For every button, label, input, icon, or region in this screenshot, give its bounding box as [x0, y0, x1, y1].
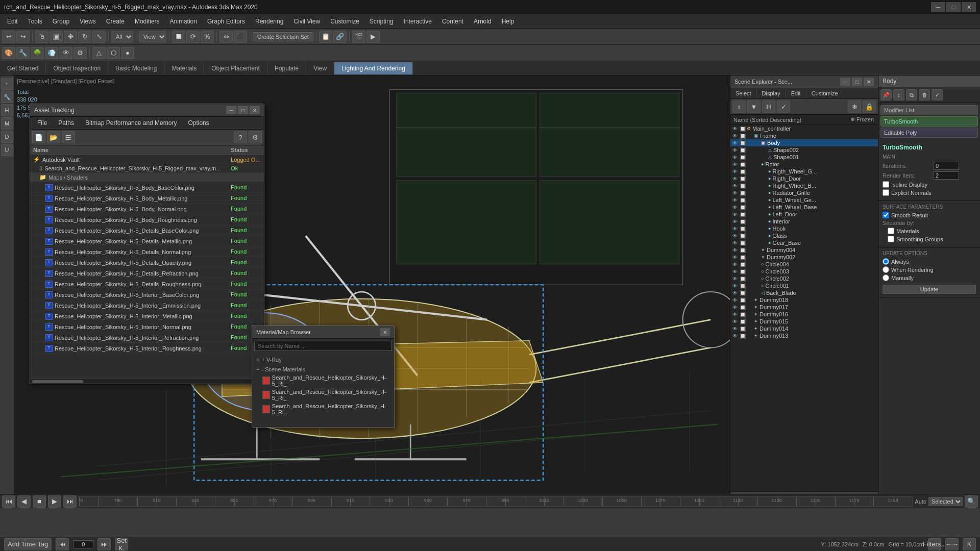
- scene-tree-item[interactable]: 👁 🔲 ○ Circle003: [730, 268, 878, 275]
- render-icon[interactable]: 🔲: [740, 240, 747, 246]
- scene-tree-item[interactable]: 👁 🔲 ● Hook: [730, 225, 878, 232]
- mod-move-button[interactable]: ↕: [893, 89, 904, 101]
- render-icon[interactable]: 🔲: [740, 297, 747, 303]
- timeline-search-button[interactable]: 🔍: [965, 495, 978, 508]
- render-icon[interactable]: 🔲: [740, 197, 747, 203]
- rotate-button[interactable]: ↻: [78, 31, 91, 43]
- mod-pin-button[interactable]: 📌: [880, 89, 892, 101]
- scene-tree-item[interactable]: 👁 🔲 ● Glass: [730, 232, 878, 239]
- menu-item-create[interactable]: Create: [101, 16, 130, 27]
- render-icon[interactable]: 🔲: [740, 262, 747, 267]
- visibility-icon[interactable]: 👁: [732, 233, 740, 239]
- visibility-icon[interactable]: 👁: [732, 140, 740, 146]
- add-time-tag-button[interactable]: Add Time Tag: [4, 538, 52, 550]
- scene-tree-item[interactable]: 👁 🔲 ✦ Dummy002: [730, 254, 878, 261]
- render-icon[interactable]: 🔲: [740, 133, 747, 139]
- scene-tab-display[interactable]: Display: [757, 88, 786, 98]
- hierarchy-icon[interactable]: H: [1, 104, 13, 116]
- asset-row[interactable]: T Rescue_Helicopter_Sikorsky_H-5_Details…: [30, 257, 264, 268]
- frame-input[interactable]: [73, 540, 93, 548]
- scene-explorer-close[interactable]: ✕: [864, 78, 874, 86]
- visibility-icon[interactable]: 👁: [732, 169, 740, 174]
- edge-select-button[interactable]: ⬡: [107, 47, 120, 59]
- scene-tree-item[interactable]: 👁 🔲 ● Left_Door: [730, 211, 878, 218]
- minimize-button[interactable]: ─: [931, 2, 945, 12]
- viewport[interactable]: [Perspective] [Standard] [Edged Faces] T…: [14, 76, 730, 508]
- undo-button[interactable]: ↩: [2, 31, 15, 43]
- render-icon[interactable]: 🔲: [740, 326, 747, 332]
- scene-tree-item[interactable]: 👁 🔲 ▣ Body: [730, 139, 878, 146]
- play-back-button[interactable]: ◀: [17, 495, 31, 508]
- explicit-normals-checkbox[interactable]: [883, 189, 889, 196]
- asset-row[interactable]: T Rescue_Helicopter_Sikorsky_H-5_Details…: [30, 279, 264, 289]
- close-button[interactable]: ✕: [962, 2, 976, 12]
- layer-dropdown[interactable]: All: [111, 31, 133, 42]
- asset-row[interactable]: 📁 Maps / Shaders: [30, 173, 264, 182]
- scene-tab-select[interactable]: Select: [730, 88, 757, 98]
- scene-tree-item[interactable]: 👁 🔲 ● Interior: [730, 218, 878, 225]
- scene-explorer-maximize[interactable]: □: [852, 78, 862, 86]
- asset-maximize-button[interactable]: □: [238, 106, 248, 114]
- scene-explorer-minimize[interactable]: ─: [840, 78, 850, 86]
- visibility-icon[interactable]: 👁: [732, 205, 740, 210]
- maximize-button[interactable]: □: [946, 2, 961, 12]
- visibility-icon[interactable]: 👁: [732, 312, 740, 317]
- asset-scrollbar[interactable]: [30, 379, 264, 384]
- asset-menu-paths[interactable]: Paths: [53, 118, 79, 128]
- align-button[interactable]: ⬛: [234, 31, 247, 43]
- scene-tree-item[interactable]: 👁 🔲 ● Rigth_Wheel_G...: [730, 168, 878, 175]
- render-icon[interactable]: 🔲: [740, 147, 747, 153]
- asset-row[interactable]: T Rescue_Helicopter_Sikorsky_H-5_Body_Ro…: [30, 214, 264, 225]
- scene-tree-item[interactable]: 👁 🔲 ✦ Dummy016: [730, 311, 878, 318]
- menu-item-group[interactable]: Group: [47, 16, 75, 27]
- select-object-button[interactable]: 🖱: [35, 31, 48, 43]
- selected-dropdown[interactable]: Selected: [928, 497, 963, 506]
- update-button[interactable]: Update: [883, 285, 976, 294]
- asset-row[interactable]: T Rescue_Helicopter_Sikorsky_H-5_Interio…: [30, 343, 264, 354]
- turbosmooth-modifier[interactable]: TurboSmooth: [880, 116, 978, 127]
- scene-tree-item[interactable]: 👁 🔲 ○ Circle001: [730, 282, 878, 289]
- hierarchy-button[interactable]: 🌳: [31, 47, 44, 59]
- manually-radio[interactable]: [883, 274, 889, 281]
- render-icon[interactable]: 🔲: [740, 269, 747, 274]
- modify-button[interactable]: 🔧: [16, 47, 30, 59]
- scene-select-all-button[interactable]: ✓: [777, 101, 790, 113]
- visibility-icon[interactable]: 👁: [732, 190, 740, 196]
- render-icon[interactable]: 🔲: [740, 255, 747, 260]
- when-rendering-radio[interactable]: [883, 266, 889, 273]
- tab-lighting-and-rendering[interactable]: Lighting And Rendering: [334, 62, 413, 74]
- scene-tree-item[interactable]: 👁 🔲 △ Shape002: [730, 146, 878, 154]
- visibility-icon[interactable]: 👁: [732, 147, 740, 153]
- scene-tree-item[interactable]: 👁 🔲 ⚙ Main_controller: [730, 125, 878, 132]
- asset-settings-button[interactable]: ⚙: [249, 131, 262, 143]
- scene-tree-item[interactable]: 👁 🔲 ✦ Dummy014: [730, 325, 878, 332]
- asset-menu-bitmap-performance-and-memory[interactable]: Bitmap Performance and Memory: [80, 118, 182, 128]
- visibility-icon[interactable]: 👁: [732, 133, 740, 139]
- material-browser-close[interactable]: ✕: [380, 328, 390, 336]
- vertex-select-button[interactable]: ●: [121, 47, 134, 59]
- menu-item-customize[interactable]: Customize: [325, 16, 364, 27]
- move-keys-button[interactable]: ←→: [945, 538, 959, 550]
- prev-frame-button[interactable]: ⏮: [2, 495, 15, 508]
- material-search-input[interactable]: [254, 341, 392, 351]
- scene-tree-item[interactable]: 👁 🔲 ▣ Frame: [730, 132, 878, 139]
- schematic-view-button[interactable]: 🔗: [333, 31, 347, 43]
- visibility-icon[interactable]: 👁: [732, 212, 740, 217]
- isoline-checkbox[interactable]: [883, 181, 889, 188]
- asset-table-view-button[interactable]: ☰: [62, 131, 75, 143]
- always-radio[interactable]: [883, 258, 889, 265]
- util-icon[interactable]: U: [1, 144, 13, 156]
- asset-row[interactable]: T Rescue_Helicopter_Sikorsky_H-5_Interio…: [30, 332, 264, 343]
- menu-item-interactive[interactable]: Interactive: [399, 16, 437, 27]
- material-item[interactable]: Search_and_Rescue_Helicopter_Sikorsky_H-…: [254, 373, 392, 388]
- polygon-select-button[interactable]: △: [92, 47, 106, 59]
- render-icon[interactable]: 🔲: [740, 212, 747, 217]
- visibility-icon[interactable]: 👁: [732, 305, 740, 310]
- menu-item-rendering[interactable]: Rendering: [250, 16, 288, 27]
- menu-item-views[interactable]: Views: [75, 16, 101, 27]
- render-icon[interactable]: 🔲: [740, 183, 747, 189]
- tab-basic-modeling[interactable]: Basic Modeling: [108, 62, 164, 74]
- scene-tree-item[interactable]: 👁 🔲 ● Gear_Base: [730, 239, 878, 246]
- menu-item-help[interactable]: Help: [497, 16, 520, 27]
- asset-row[interactable]: 3 Search_and_Rescue_Helicopter_Sikorsky_…: [30, 164, 264, 173]
